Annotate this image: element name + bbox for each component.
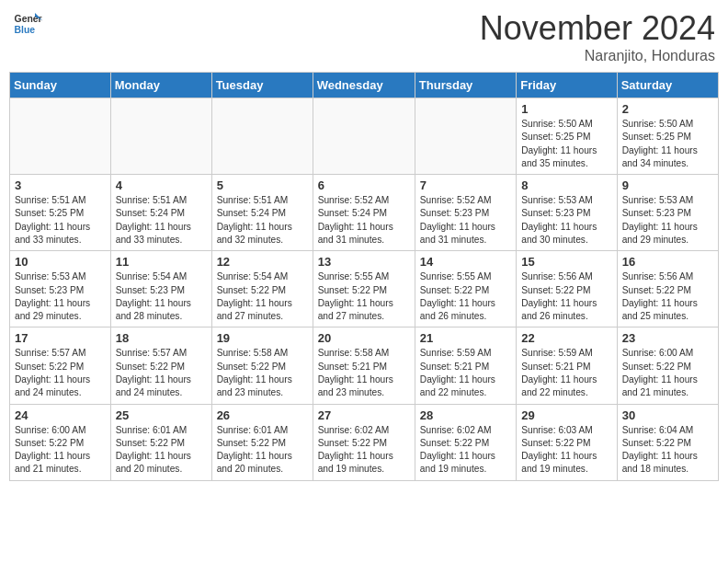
calendar-cell: 19Sunrise: 5:58 AMSunset: 5:22 PMDayligh… [211, 327, 313, 404]
calendar-cell: 6Sunrise: 5:52 AMSunset: 5:24 PMDaylight… [313, 175, 415, 251]
logo-icon: General Blue [13, 9, 42, 39]
day-number: 2 [622, 102, 713, 116]
calendar-cell: 26Sunrise: 6:01 AMSunset: 5:22 PMDayligh… [211, 404, 313, 480]
calendar-cell: 27Sunrise: 6:02 AMSunset: 5:22 PMDayligh… [313, 404, 415, 480]
day-number: 29 [521, 408, 611, 422]
day-info: Sunrise: 6:02 AMSunset: 5:22 PMDaylight:… [420, 424, 511, 477]
calendar-cell: 16Sunrise: 5:56 AMSunset: 5:22 PMDayligh… [617, 251, 718, 327]
calendar-cell [313, 98, 415, 175]
day-info: Sunrise: 5:57 AMSunset: 5:22 PMDaylight:… [15, 347, 106, 399]
day-number: 11 [116, 255, 207, 269]
calendar-cell: 30Sunrise: 6:04 AMSunset: 5:22 PMDayligh… [617, 404, 718, 480]
day-info: Sunrise: 5:54 AMSunset: 5:23 PMDaylight:… [116, 270, 207, 323]
day-info: Sunrise: 6:04 AMSunset: 5:22 PMDaylight:… [622, 424, 713, 477]
day-number: 15 [521, 255, 611, 269]
day-number: 28 [420, 408, 511, 422]
calendar-cell: 14Sunrise: 5:55 AMSunset: 5:22 PMDayligh… [415, 251, 516, 327]
day-info: Sunrise: 5:50 AMSunset: 5:25 PMDaylight:… [622, 118, 713, 170]
calendar-cell: 10Sunrise: 5:53 AMSunset: 5:23 PMDayligh… [10, 251, 111, 327]
day-number: 22 [521, 331, 611, 345]
calendar-cell: 22Sunrise: 5:59 AMSunset: 5:21 PMDayligh… [517, 327, 617, 404]
day-info: Sunrise: 5:53 AMSunset: 5:23 PMDaylight:… [15, 270, 106, 323]
calendar-cell: 18Sunrise: 5:57 AMSunset: 5:22 PMDayligh… [110, 327, 211, 404]
weekday-header: Friday [517, 73, 617, 98]
day-info: Sunrise: 5:58 AMSunset: 5:22 PMDaylight:… [217, 347, 308, 399]
calendar-cell: 7Sunrise: 5:52 AMSunset: 5:23 PMDaylight… [415, 175, 516, 251]
calendar-cell: 25Sunrise: 6:01 AMSunset: 5:22 PMDayligh… [110, 404, 211, 480]
svg-text:General: General [15, 14, 42, 24]
day-info: Sunrise: 5:58 AMSunset: 5:21 PMDaylight:… [318, 347, 410, 399]
day-number: 24 [15, 408, 106, 422]
day-number: 27 [318, 408, 410, 422]
calendar-cell: 17Sunrise: 5:57 AMSunset: 5:22 PMDayligh… [10, 327, 111, 404]
calendar-table: SundayMondayTuesdayWednesdayThursdayFrid… [9, 72, 719, 481]
day-info: Sunrise: 5:50 AMSunset: 5:25 PMDaylight:… [521, 118, 611, 170]
day-info: Sunrise: 5:51 AMSunset: 5:25 PMDaylight:… [15, 194, 106, 247]
logo: General Blue [13, 9, 42, 39]
calendar-week-row: 1Sunrise: 5:50 AMSunset: 5:25 PMDaylight… [10, 98, 719, 175]
day-info: Sunrise: 6:02 AMSunset: 5:22 PMDaylight:… [318, 424, 410, 477]
calendar-cell [10, 98, 111, 175]
month-title: November 2024 [480, 9, 715, 48]
day-number: 1 [521, 102, 611, 116]
day-number: 6 [318, 178, 410, 192]
day-info: Sunrise: 5:53 AMSunset: 5:23 PMDaylight:… [622, 194, 713, 247]
calendar-cell [211, 98, 313, 175]
calendar-cell: 20Sunrise: 5:58 AMSunset: 5:21 PMDayligh… [313, 327, 415, 404]
weekday-header: Monday [110, 73, 211, 98]
location-title: Naranjito, Honduras [480, 48, 715, 64]
calendar-cell [415, 98, 516, 175]
day-info: Sunrise: 5:54 AMSunset: 5:22 PMDaylight:… [217, 270, 308, 323]
calendar-header-row: SundayMondayTuesdayWednesdayThursdayFrid… [10, 73, 719, 98]
calendar-cell: 9Sunrise: 5:53 AMSunset: 5:23 PMDaylight… [617, 175, 718, 251]
day-info: Sunrise: 5:52 AMSunset: 5:24 PMDaylight:… [318, 194, 410, 247]
day-number: 25 [116, 408, 207, 422]
day-number: 3 [15, 178, 106, 192]
day-number: 12 [217, 255, 308, 269]
day-number: 18 [116, 331, 207, 345]
calendar-week-row: 24Sunrise: 6:00 AMSunset: 5:22 PMDayligh… [10, 404, 719, 480]
calendar-cell: 13Sunrise: 5:55 AMSunset: 5:22 PMDayligh… [313, 251, 415, 327]
calendar-cell: 24Sunrise: 6:00 AMSunset: 5:22 PMDayligh… [10, 404, 111, 480]
calendar-cell: 4Sunrise: 5:51 AMSunset: 5:24 PMDaylight… [110, 175, 211, 251]
day-info: Sunrise: 5:56 AMSunset: 5:22 PMDaylight:… [521, 270, 611, 323]
calendar-cell: 15Sunrise: 5:56 AMSunset: 5:22 PMDayligh… [517, 251, 617, 327]
day-info: Sunrise: 6:00 AMSunset: 5:22 PMDaylight:… [15, 424, 106, 477]
day-number: 10 [15, 255, 106, 269]
calendar-cell: 21Sunrise: 5:59 AMSunset: 5:21 PMDayligh… [415, 327, 516, 404]
weekday-header: Tuesday [211, 73, 313, 98]
svg-text:Blue: Blue [15, 25, 36, 35]
day-number: 8 [521, 178, 611, 192]
day-number: 4 [116, 178, 207, 192]
day-info: Sunrise: 5:57 AMSunset: 5:22 PMDaylight:… [116, 347, 207, 399]
calendar-cell: 8Sunrise: 5:53 AMSunset: 5:23 PMDaylight… [517, 175, 617, 251]
day-number: 9 [622, 178, 713, 192]
calendar-cell: 2Sunrise: 5:50 AMSunset: 5:25 PMDaylight… [617, 98, 718, 175]
day-number: 20 [318, 331, 410, 345]
calendar-week-row: 10Sunrise: 5:53 AMSunset: 5:23 PMDayligh… [10, 251, 719, 327]
day-info: Sunrise: 5:51 AMSunset: 5:24 PMDaylight:… [116, 194, 207, 247]
calendar-cell [110, 98, 211, 175]
calendar-cell: 3Sunrise: 5:51 AMSunset: 5:25 PMDaylight… [10, 175, 111, 251]
day-info: Sunrise: 5:59 AMSunset: 5:21 PMDaylight:… [420, 347, 511, 399]
day-number: 19 [217, 331, 308, 345]
day-info: Sunrise: 5:53 AMSunset: 5:23 PMDaylight:… [521, 194, 611, 247]
day-number: 23 [622, 331, 713, 345]
weekday-header: Sunday [10, 73, 111, 98]
calendar-week-row: 17Sunrise: 5:57 AMSunset: 5:22 PMDayligh… [10, 327, 719, 404]
calendar-cell: 23Sunrise: 6:00 AMSunset: 5:22 PMDayligh… [617, 327, 718, 404]
day-info: Sunrise: 6:01 AMSunset: 5:22 PMDaylight:… [116, 424, 207, 477]
weekday-header: Wednesday [313, 73, 415, 98]
day-number: 5 [217, 178, 308, 192]
calendar-cell: 1Sunrise: 5:50 AMSunset: 5:25 PMDaylight… [517, 98, 617, 175]
calendar-week-row: 3Sunrise: 5:51 AMSunset: 5:25 PMDaylight… [10, 175, 719, 251]
day-number: 16 [622, 255, 713, 269]
day-number: 14 [420, 255, 511, 269]
day-info: Sunrise: 5:55 AMSunset: 5:22 PMDaylight:… [318, 270, 410, 323]
day-info: Sunrise: 5:56 AMSunset: 5:22 PMDaylight:… [622, 270, 713, 323]
day-info: Sunrise: 5:55 AMSunset: 5:22 PMDaylight:… [420, 270, 511, 323]
calendar-cell: 12Sunrise: 5:54 AMSunset: 5:22 PMDayligh… [211, 251, 313, 327]
day-info: Sunrise: 5:59 AMSunset: 5:21 PMDaylight:… [521, 347, 611, 399]
day-info: Sunrise: 6:03 AMSunset: 5:22 PMDaylight:… [521, 424, 611, 477]
weekday-header: Thursday [415, 73, 516, 98]
